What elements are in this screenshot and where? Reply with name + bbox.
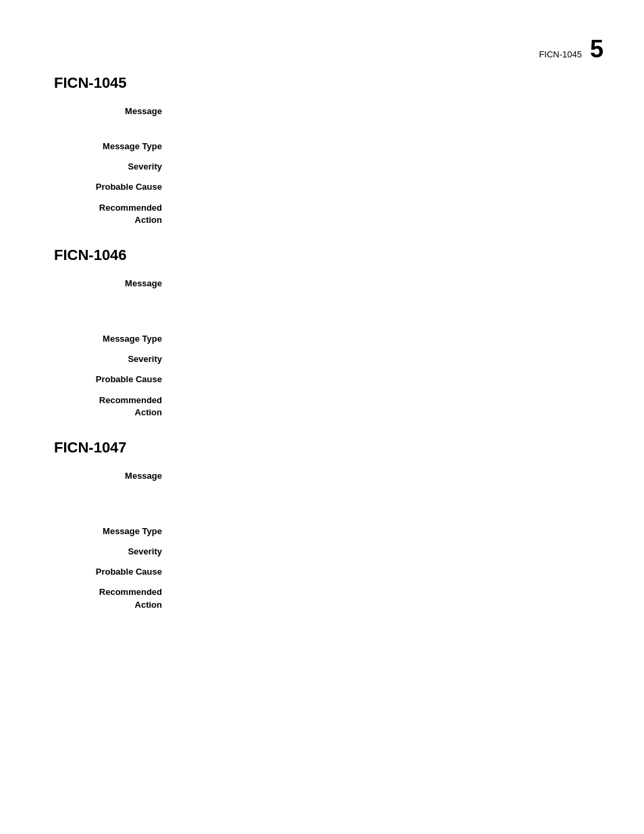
section-title-ficn-1047: FICN-1047 — [54, 439, 590, 457]
label-message-1046: Message — [54, 278, 176, 290]
field-row-message-1046: Message — [54, 278, 590, 305]
header-label: FICN-1045 — [539, 49, 582, 59]
field-row-recommended-action-1046: RecommendedAction — [54, 394, 590, 419]
label-probable-cause-1047: Probable Cause — [54, 566, 176, 578]
label-recommended-action-1047: RecommendedAction — [54, 586, 176, 610]
field-row-recommended-action-1045: RecommendedAction — [54, 202, 590, 226]
field-row-message-1047: Message — [54, 470, 590, 497]
label-message-1045: Message — [54, 105, 176, 118]
field-row-severity-1046: Severity — [54, 353, 590, 365]
label-message-1047: Message — [54, 470, 176, 482]
label-message-type-1046: Message Type — [54, 333, 176, 345]
field-row-recommended-action-1047: RecommendedAction — [54, 586, 590, 610]
label-message-type-1045: Message Type — [54, 140, 176, 153]
label-severity-1045: Severity — [54, 161, 176, 173]
content-area: FICN-1045 Message Message Type Severity … — [0, 0, 644, 611]
label-severity-1046: Severity — [54, 353, 176, 365]
value-message-1047 — [176, 470, 590, 497]
field-row-message-type-1046: Message Type — [54, 333, 590, 345]
section-title-ficn-1046: FICN-1046 — [54, 246, 590, 264]
page-number: 5 — [590, 35, 603, 63]
section-title-ficn-1045: FICN-1045 — [54, 74, 590, 92]
label-severity-1047: Severity — [54, 546, 176, 558]
page-header: FICN-1045 5 — [539, 35, 603, 63]
label-probable-cause-1045: Probable Cause — [54, 181, 176, 193]
label-probable-cause-1046: Probable Cause — [54, 373, 176, 386]
section-ficn-1045: FICN-1045 Message Message Type Severity … — [54, 74, 590, 226]
field-row-severity-1045: Severity — [54, 161, 590, 173]
field-row-probable-cause-1047: Probable Cause — [54, 566, 590, 578]
field-row-severity-1047: Severity — [54, 546, 590, 558]
section-ficn-1047: FICN-1047 Message Message Type Severity … — [54, 439, 590, 611]
value-message-1045 — [176, 105, 590, 132]
field-row-message-type-1047: Message Type — [54, 525, 590, 538]
field-row-message-1045: Message — [54, 105, 590, 132]
section-ficn-1046: FICN-1046 Message Message Type Severity … — [54, 246, 590, 419]
value-message-1046 — [176, 278, 590, 305]
field-row-probable-cause-1045: Probable Cause — [54, 181, 590, 193]
label-message-type-1047: Message Type — [54, 525, 176, 538]
field-row-message-type-1045: Message Type — [54, 140, 590, 153]
field-row-probable-cause-1046: Probable Cause — [54, 373, 590, 386]
label-recommended-action-1045: RecommendedAction — [54, 202, 176, 226]
label-recommended-action-1046: RecommendedAction — [54, 394, 176, 419]
